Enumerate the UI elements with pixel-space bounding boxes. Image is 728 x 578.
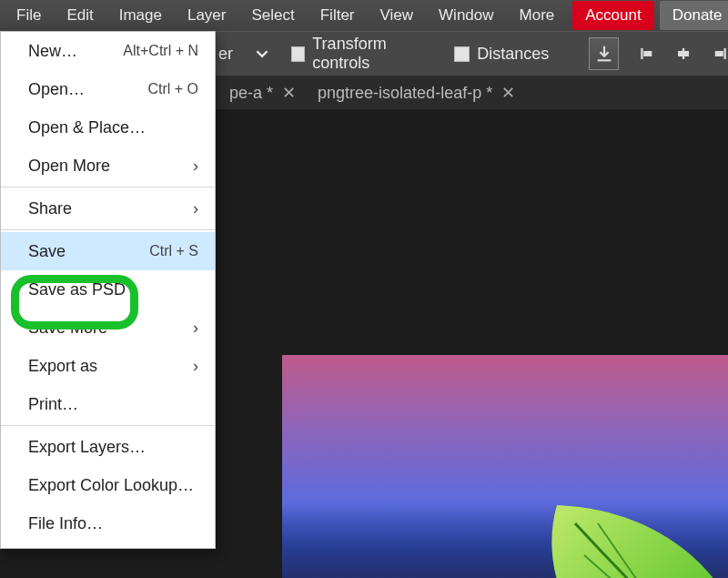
menu-item-label: Share [28,199,72,218]
chevron-right-icon: › [193,319,198,338]
menu-item-label: Open More [28,157,110,176]
leaf-image [530,501,728,578]
close-icon[interactable]: ✕ [501,83,515,103]
file-menu-item[interactable]: Open & Place… [1,108,215,147]
donate-button[interactable]: Donate [660,1,728,30]
file-menu-item[interactable]: Open…Ctrl + O [1,70,215,108]
menu-window[interactable]: Window [426,1,506,30]
menu-bar: File Edit Image Layer Select Filter View… [0,0,728,31]
menu-item-shortcut: Ctrl + S [149,243,198,259]
menu-item-label: New… [28,42,77,61]
distances-toggle[interactable]: Distances [454,45,549,64]
file-menu-item[interactable]: Export Color Lookup… [1,466,215,504]
menu-item-label: Save More [28,319,107,338]
menu-item-label: Export Layers… [28,438,146,457]
file-menu-item[interactable]: Export Layers… [1,428,215,466]
chevron-right-icon: › [193,357,198,376]
menu-item-label: File Info… [28,514,103,533]
menu-filter[interactable]: Filter [308,1,368,30]
menu-file[interactable]: File [4,1,54,30]
chevron-right-icon: › [193,199,198,218]
menu-separator [1,229,215,230]
document-tab-label: pngtree-isolated-leaf-p * [318,84,492,103]
menu-item-label: Open… [28,80,85,99]
align-left-icon[interactable] [639,45,655,63]
align-right-icon[interactable] [712,45,728,63]
menu-more[interactable]: More [507,1,568,30]
close-icon[interactable]: ✕ [282,83,296,103]
file-menu-item[interactable]: SaveCtrl + S [1,232,215,270]
menu-view[interactable]: View [368,1,427,30]
canvas-content [282,355,728,578]
chevron-right-icon: › [193,157,198,176]
document-tab[interactable]: pe-a * ✕ [218,76,307,109]
menu-item-label: Save as PSD [28,280,126,299]
download-button[interactable] [589,37,619,70]
menu-item-label: Save [28,242,66,261]
file-menu-item[interactable]: Save as PSD [1,270,215,309]
document-tab-label: pe-a * [229,84,273,103]
chevron-down-icon[interactable] [253,44,271,64]
file-menu-dropdown: New…Alt+Ctrl + NOpen…Ctrl + OOpen & Plac… [0,31,216,549]
file-menu-item[interactable]: Save More› [1,309,215,347]
file-menu-item[interactable]: Share› [1,189,215,228]
menu-select[interactable]: Select [238,1,307,30]
download-icon [594,44,614,64]
checkbox-icon[interactable] [454,46,470,62]
menu-item-shortcut: Alt+Ctrl + N [123,43,198,59]
distances-label: Distances [477,45,549,64]
svg-rect-4 [724,48,726,59]
menu-item-label: Open & Place… [28,118,146,137]
account-button[interactable]: Account [572,1,653,30]
menu-item-label: Export Color Lookup… [28,476,194,495]
transform-controls-toggle[interactable]: Transform controls [291,35,434,73]
menu-separator [1,425,215,426]
menu-layer[interactable]: Layer [175,1,239,30]
file-menu-item[interactable]: New…Alt+Ctrl + N [1,32,215,70]
menu-edit[interactable]: Edit [54,1,106,30]
svg-rect-0 [641,48,642,59]
file-menu-item[interactable]: Export as› [1,347,215,385]
align-center-h-icon[interactable] [675,45,692,63]
file-menu-item[interactable]: Print… [1,385,215,423]
file-menu-item[interactable]: File Info… [1,504,215,543]
menu-item-label: Export as [28,357,97,376]
menu-item-label: Print… [28,395,78,414]
menu-image[interactable]: Image [106,1,175,30]
file-menu-item[interactable]: Open More› [1,147,215,185]
svg-rect-3 [678,51,689,56]
tool-select-partial: er [218,45,233,64]
document-tab[interactable]: pngtree-isolated-leaf-p * ✕ [307,76,526,109]
svg-rect-1 [643,51,652,56]
menu-item-shortcut: Ctrl + O [147,81,198,97]
menu-separator [1,187,215,188]
checkbox-icon[interactable] [291,46,305,62]
svg-rect-5 [715,51,723,56]
transform-controls-label: Transform controls [312,35,434,73]
